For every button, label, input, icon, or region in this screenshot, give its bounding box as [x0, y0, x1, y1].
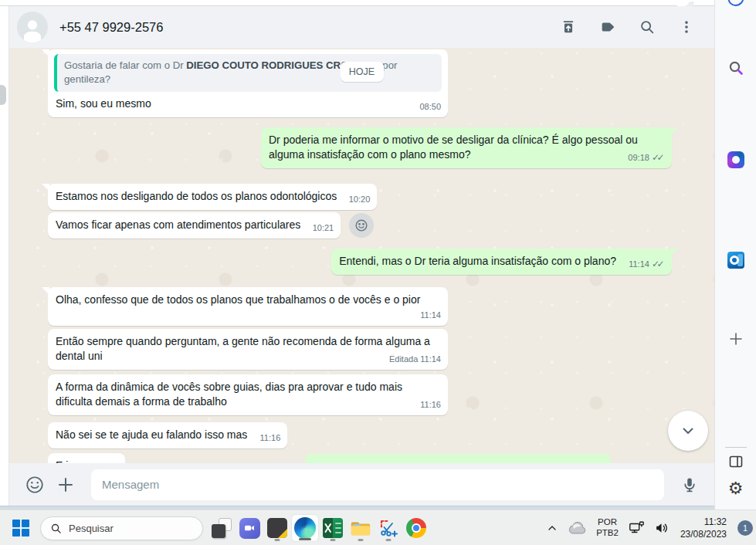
language-indicator[interactable]: POR PTB2 [594, 517, 621, 539]
message-time: 11:16 [420, 398, 441, 412]
emoji-icon[interactable] [23, 473, 46, 496]
whatsapp-window: +55 47 9929-2576 [9, 6, 714, 506]
copilot-scribble-icon[interactable] [727, 0, 744, 6]
message-time: 11:14 [420, 354, 441, 364]
chat-header: +55 47 9929-2576 [9, 6, 714, 48]
message-bubble-outgoing[interactable]: Dr poderia me informar o motivo de se de… [261, 127, 672, 168]
taskbar-search-label: Pesquisar [69, 523, 114, 534]
excel-icon [323, 518, 343, 538]
message-bubble-outgoing[interactable]: Entendi, mas o Dr teria alguma insatisfa… [331, 249, 672, 275]
clock-date: 23/08/2023 [680, 528, 727, 540]
delete-icon[interactable] [559, 18, 578, 36]
outlook-o [730, 256, 739, 265]
message-meta: 09:18✓✓ [628, 151, 665, 165]
message-bubble-incoming[interactable]: Então sempre quando perguntam, a gente n… [48, 329, 448, 370]
running-indicator [358, 539, 364, 541]
read-ticks-icon: ✓✓ [652, 257, 665, 272]
message-text: E isso [56, 459, 85, 463]
taskbar-right: POR PTB2 11:32 23/08/2023 1 [544, 510, 753, 545]
taskbar-search[interactable]: Pesquisar [40, 516, 203, 540]
snipping-tool-button[interactable] [375, 514, 402, 542]
message-text: A forma da dinâmica de vocês sobre guias… [56, 381, 402, 408]
sidebar-search-icon[interactable] [727, 59, 744, 80]
running-indicator [331, 539, 336, 541]
label-icon[interactable] [598, 18, 617, 36]
chrome-button[interactable] [402, 514, 430, 542]
message-list: HOJE Gostaria de falar com o Dr DIEGO CO… [9, 48, 714, 463]
onedrive-icon[interactable] [565, 520, 588, 537]
clock[interactable]: 11:32 23/08/2023 [677, 516, 730, 540]
message-time: 10:21 [313, 221, 334, 235]
message-time: 11:16 [97, 462, 118, 463]
message-time: 09:18 [628, 153, 649, 162]
message-text: Sim, sou eu mesmo [56, 97, 151, 110]
message-bubble-incoming[interactable]: E isso 11:16 [48, 453, 125, 463]
message-text: Vamos ficar apenas com atendimentos part… [56, 218, 300, 231]
screen: +55 47 9929-2576 [0, 0, 756, 545]
excel-button[interactable] [319, 514, 347, 542]
chrome-icon [406, 518, 426, 538]
message-bubble-incoming[interactable]: Vamos ficar apenas com atendimentos part… [48, 212, 341, 239]
running-indicator [386, 539, 392, 541]
running-indicator [299, 538, 311, 540]
running-indicator [275, 539, 280, 541]
split-screen-icon[interactable] [728, 454, 744, 472]
partial-outgoing-bubble[interactable] [305, 454, 611, 463]
task-view-icon [212, 518, 232, 538]
search-icon[interactable] [638, 18, 656, 36]
message-input[interactable] [91, 469, 664, 500]
react-emoji-button[interactable] [349, 213, 374, 238]
edited-label: Editada [389, 354, 418, 364]
contact-avatar[interactable] [17, 12, 48, 42]
message-row: Vamos ficar apenas com atendimentos part… [48, 212, 672, 239]
edge-button[interactable] [291, 514, 319, 542]
teams-chat-button[interactable] [236, 514, 263, 542]
message-bubble-incoming[interactable]: Olha, confesso que de todos os planos qu… [48, 287, 448, 326]
message-time: 11:14 [420, 308, 441, 323]
header-actions [559, 18, 696, 36]
message-text: Estamos nos desligando de todos os plano… [56, 190, 337, 202]
menu-kebab-icon[interactable] [677, 18, 696, 36]
contact-title[interactable]: +55 47 9929-2576 [59, 20, 559, 35]
message-text: Olha, confesso que de todos os planos qu… [56, 293, 420, 306]
outlook-icon[interactable] [727, 252, 744, 269]
settings-gear-icon[interactable]: ⚙ [728, 480, 744, 497]
date-divider: HOJE [340, 62, 384, 82]
tray-chevron-icon[interactable] [544, 520, 560, 536]
toolbar-round-corner [677, 0, 690, 6]
notes-app-button[interactable] [263, 514, 291, 542]
network-icon[interactable] [626, 518, 646, 538]
chevron-down-icon [679, 421, 697, 440]
snipping-tool-icon [378, 518, 398, 538]
message-bubble-incoming[interactable]: A forma da dinâmica de vocês sobre guias… [48, 374, 448, 415]
gear-glyph: ⚙ [728, 479, 744, 498]
file-explorer-button[interactable] [347, 514, 375, 542]
attach-plus-icon[interactable] [54, 473, 77, 496]
chat-list-scrollbar-thumb[interactable] [0, 85, 6, 105]
message-text: Entendi, mas o Dr teria alguma insatisfa… [339, 255, 616, 267]
task-view-button[interactable] [208, 514, 236, 542]
mic-icon[interactable] [678, 473, 701, 496]
message-meta: 11:14✓✓ [629, 257, 665, 272]
clock-time: 11:32 [680, 516, 727, 528]
microsoft365-icon[interactable] [727, 151, 744, 168]
volume-icon[interactable] [652, 518, 672, 538]
message-bubble-incoming[interactable]: Estamos nos desligando de todos os plano… [48, 184, 377, 210]
m365-hole [732, 156, 740, 164]
message-bubble-incoming[interactable]: Gostaria de falar com o Dr DIEGO COUTO R… [48, 49, 448, 117]
person-icon [17, 12, 48, 42]
composer-bar [9, 463, 714, 506]
sidebar-divider [725, 447, 747, 448]
message-time: 11:16 [260, 431, 281, 445]
windows-logo-icon [12, 520, 29, 537]
start-button[interactable] [9, 514, 32, 542]
sidebar-add-icon[interactable] [728, 331, 744, 350]
notification-badge[interactable]: 1 [737, 520, 753, 536]
edge-icon [294, 517, 316, 539]
message-text: Então sempre quando perguntam, a gente n… [56, 335, 430, 362]
message-bubble-incoming[interactable]: Não sei se te ajuda eu falando isso mas … [48, 422, 287, 449]
chat-list-panel-edge [0, 6, 9, 506]
message-time: 10:20 [349, 192, 371, 207]
scroll-to-bottom-button[interactable] [668, 411, 708, 451]
message-text: Dr poderia me informar o motivo de se de… [269, 134, 638, 161]
